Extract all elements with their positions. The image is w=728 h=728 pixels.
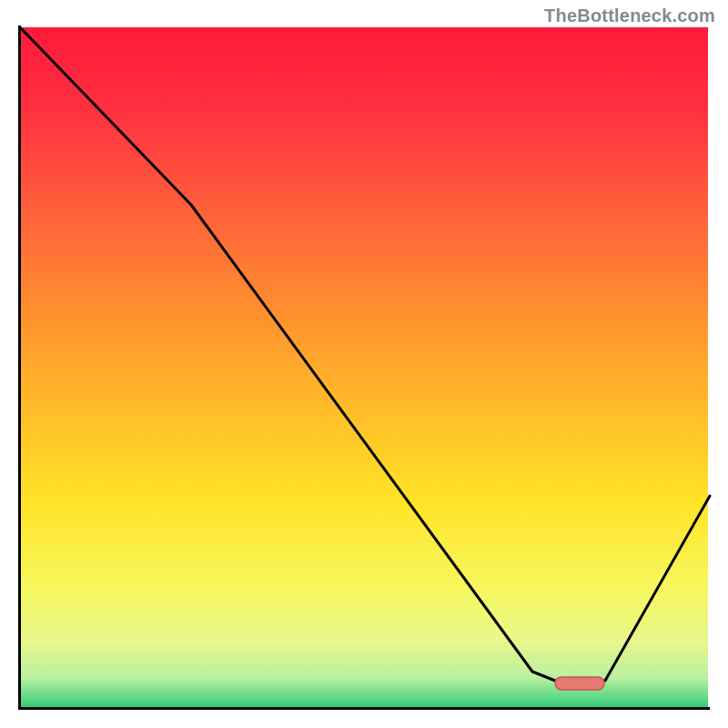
- watermark-text: TheBottleneck.com: [544, 5, 715, 26]
- optimal-marker: [555, 677, 604, 690]
- chart-overlay: [0, 0, 728, 728]
- bottleneck-curve: [20, 27, 710, 681]
- bottleneck-chart: TheBottleneck.com: [0, 0, 728, 728]
